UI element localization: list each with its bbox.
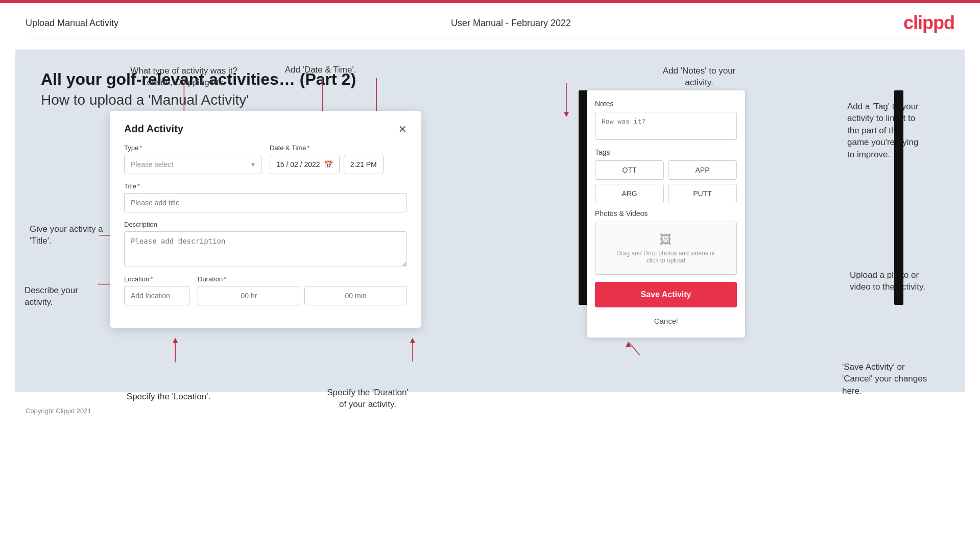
duration-group: Duration* (198, 275, 407, 305)
annotation-activity-type: What type of activity was it? Lesson, Ch… (130, 65, 237, 89)
phone-side-bar-right (894, 90, 903, 305)
upload-text: Drag and Drop photos and videos or click… (606, 250, 726, 264)
cancel-button[interactable]: Cancel (595, 313, 737, 329)
header: Upload Manual Activity User Manual - Feb… (0, 3, 980, 39)
description-row: Description (124, 221, 407, 267)
datetime-required: * (307, 144, 310, 152)
header-left: Upload Manual Activity (26, 18, 118, 29)
duration-required: * (224, 275, 226, 283)
tag-putt[interactable]: PUTT (668, 184, 737, 203)
modal-header: Add Activity ✕ (124, 123, 407, 135)
notes-input[interactable] (595, 112, 737, 140)
photos-label: Photos & Videos (595, 209, 737, 218)
annotation-photos: Upload a photo or video to the activity. (850, 269, 957, 293)
logo: clippd (903, 12, 954, 33)
phone-inner: Notes Tags OTT APP ARG PUTT Photos & Vid… (587, 90, 745, 338)
duration-min-input[interactable] (304, 286, 407, 305)
tags-grid: OTT APP ARG PUTT (595, 160, 737, 203)
duration-hr-input[interactable] (198, 286, 300, 305)
title-label: Title* (124, 182, 407, 190)
svg-line-20 (629, 343, 639, 355)
duration-inputs (198, 286, 407, 305)
date-time-inputs: 15 / 02 / 2022 📅 2:21 PM (270, 155, 407, 174)
notes-label: Notes (595, 100, 737, 108)
type-group: Type* Please select ▾ (124, 144, 261, 174)
annotation-describe: Describe your activity. (25, 284, 99, 308)
location-input[interactable] (124, 286, 189, 305)
location-duration-row: Location* Duration* (124, 275, 407, 305)
header-center: User Manual - February 2022 (451, 18, 571, 29)
title-input[interactable] (124, 193, 407, 212)
upload-icon: 🖼 (606, 232, 726, 247)
annotation-give-title: Give your activity a 'Title'. (30, 223, 106, 247)
description-input[interactable] (124, 231, 407, 267)
tag-ott[interactable]: OTT (595, 160, 664, 180)
title-group: Title* (124, 182, 407, 212)
annotation-date-time: Add 'Date & Time'. (276, 64, 365, 76)
tags-label: Tags (595, 148, 737, 156)
tag-arg[interactable]: ARG (595, 184, 664, 203)
title-required: * (137, 182, 140, 190)
date-input[interactable]: 15 / 02 / 2022 📅 (270, 155, 340, 174)
svg-marker-13 (410, 338, 415, 343)
header-right: clippd (903, 12, 954, 34)
header-divider (26, 39, 954, 39)
svg-marker-11 (173, 338, 178, 343)
type-label: Type* (124, 144, 261, 152)
title-row: Title* (124, 182, 407, 212)
type-required: * (139, 144, 142, 152)
annotation-duration: Specify the 'Duration' of your activity. (312, 387, 424, 411)
tag-app[interactable]: APP (668, 160, 737, 180)
duration-label: Duration* (198, 275, 407, 283)
time-input[interactable]: 2:21 PM (344, 155, 384, 174)
modal-title: Add Activity (124, 123, 183, 135)
save-activity-button[interactable]: Save Activity (595, 282, 737, 307)
description-group: Description (124, 221, 407, 267)
type-datetime-row: Type* Please select ▾ Date & Time* 15 / … (124, 144, 407, 174)
type-select[interactable]: Please select ▾ (124, 155, 261, 174)
location-group: Location* (124, 275, 189, 305)
chevron-down-icon: ▾ (251, 160, 255, 169)
modal-close-button[interactable]: ✕ (398, 124, 407, 134)
footer: Copyright Clippd 2021 (0, 402, 980, 420)
datetime-group: Date & Time* 15 / 02 / 2022 📅 2:21 PM (270, 144, 407, 174)
copyright: Copyright Clippd 2021 (26, 407, 91, 415)
svg-marker-15 (564, 112, 569, 117)
page-subtitle: How to upload a 'Manual Activity' (41, 92, 939, 108)
add-activity-modal: Add Activity ✕ Type* Please select ▾ Dat… (110, 111, 421, 328)
annotation-notes: Add 'Notes' to your activity. (648, 65, 750, 89)
calendar-icon: 📅 (324, 160, 333, 169)
annotation-location: Specify the 'Location'. (123, 391, 214, 402)
main-content: All your golf-relevant activities… (Part… (15, 50, 965, 392)
annotation-save: 'Save Activity' or 'Cancel' your changes… (842, 361, 960, 397)
phone-panel: Notes Tags OTT APP ARG PUTT Photos & Vid… (587, 90, 745, 338)
location-required: * (150, 275, 153, 283)
location-label: Location* (124, 275, 189, 283)
svg-marker-21 (626, 342, 631, 347)
datetime-label: Date & Time* (270, 144, 407, 152)
upload-area[interactable]: 🖼 Drag and Drop photos and videos or cli… (595, 222, 737, 275)
description-label: Description (124, 221, 407, 228)
